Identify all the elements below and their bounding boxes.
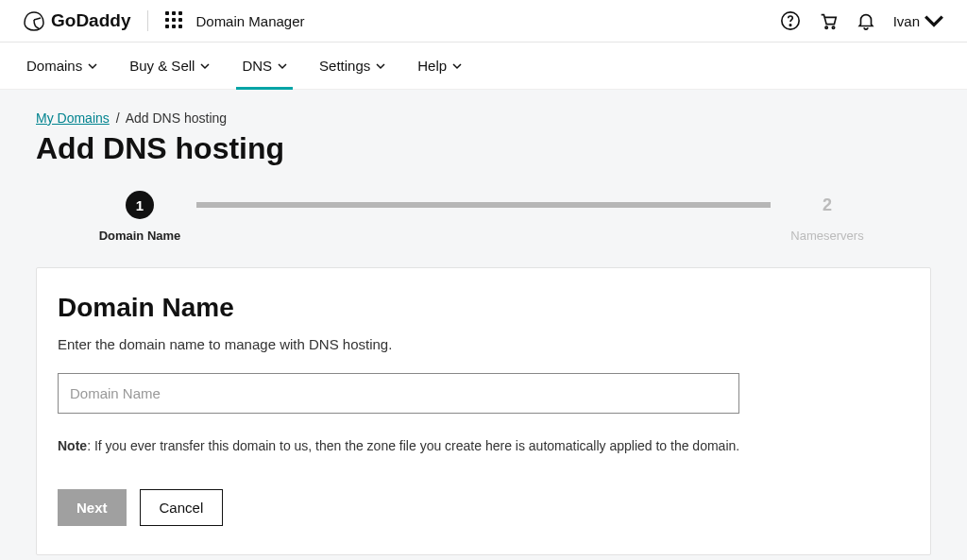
step-number: 1	[126, 191, 154, 219]
header-left: GoDaddy Domain Manager	[23, 9, 305, 32]
domain-name-input[interactable]	[58, 373, 739, 414]
chevron-down-icon	[376, 61, 385, 71]
breadcrumb-separator: /	[116, 110, 120, 126]
step-label: Nameservers	[790, 229, 863, 243]
brand-logo[interactable]: GoDaddy	[23, 9, 130, 32]
page-title: Add DNS hosting	[36, 131, 931, 166]
nav-label: Help	[417, 58, 447, 74]
cart-icon[interactable]	[818, 10, 839, 31]
nav-settings[interactable]: Settings	[319, 42, 385, 89]
next-button[interactable]: Next	[58, 489, 127, 526]
step-label: Domain Name	[99, 229, 181, 243]
card-description: Enter the domain name to manage with DNS…	[58, 336, 909, 352]
main-nav: Domains Buy & Sell DNS Settings Help	[0, 42, 967, 90]
step-domain-name: 1 Domain Name	[83, 191, 196, 243]
note-bold: Note	[58, 438, 87, 453]
form-actions: Next Cancel	[58, 489, 909, 526]
breadcrumb-current: Add DNS hosting	[126, 110, 227, 126]
svg-point-2	[825, 26, 827, 28]
nav-label: Settings	[319, 58, 370, 74]
cancel-button[interactable]: Cancel	[140, 489, 224, 526]
header-right: Ivan	[780, 10, 944, 31]
nav-dns[interactable]: DNS	[242, 42, 287, 89]
nav-help[interactable]: Help	[417, 42, 462, 89]
step-nameservers: 2 Nameservers	[771, 191, 884, 243]
content-inner: My Domains / Add DNS hosting Add DNS hos…	[21, 110, 946, 555]
chevron-down-icon	[452, 61, 462, 71]
note-rest: : If you ever transfer this domain to us…	[87, 438, 739, 453]
breadcrumb: My Domains / Add DNS hosting	[36, 110, 931, 126]
nav-domains[interactable]: Domains	[26, 42, 97, 89]
svg-point-1	[789, 25, 790, 25]
app-title: Domain Manager	[195, 13, 304, 29]
godaddy-logo-icon	[23, 9, 45, 32]
note-text: Note: If you ever transfer this domain t…	[58, 438, 909, 453]
svg-point-3	[832, 26, 834, 28]
user-name: Ivan	[893, 13, 920, 29]
apps-grid-icon[interactable]	[165, 11, 184, 30]
card-title: Domain Name	[58, 293, 909, 323]
brand-name: GoDaddy	[51, 10, 130, 31]
nav-label: Buy & Sell	[129, 58, 195, 74]
header-divider	[147, 10, 148, 31]
form-card: Domain Name Enter the domain name to man…	[36, 267, 931, 555]
chevron-down-icon	[88, 61, 97, 71]
step-bar	[196, 202, 771, 208]
top-header: GoDaddy Domain Manager Ivan	[0, 0, 967, 42]
chevron-down-icon	[200, 61, 210, 71]
chevron-down-icon	[924, 10, 944, 31]
step-number: 2	[813, 191, 841, 219]
progress-stepper: 1 Domain Name 2 Nameservers	[36, 191, 931, 243]
content-area: My Domains / Add DNS hosting Add DNS hos…	[0, 90, 967, 560]
nav-label: DNS	[242, 58, 272, 74]
notifications-icon[interactable]	[856, 10, 876, 31]
nav-label: Domains	[26, 58, 82, 74]
nav-buy-sell[interactable]: Buy & Sell	[129, 42, 210, 89]
breadcrumb-link[interactable]: My Domains	[36, 110, 110, 126]
help-icon[interactable]	[780, 10, 801, 31]
user-menu[interactable]: Ivan	[893, 10, 944, 31]
chevron-down-icon	[278, 61, 287, 71]
